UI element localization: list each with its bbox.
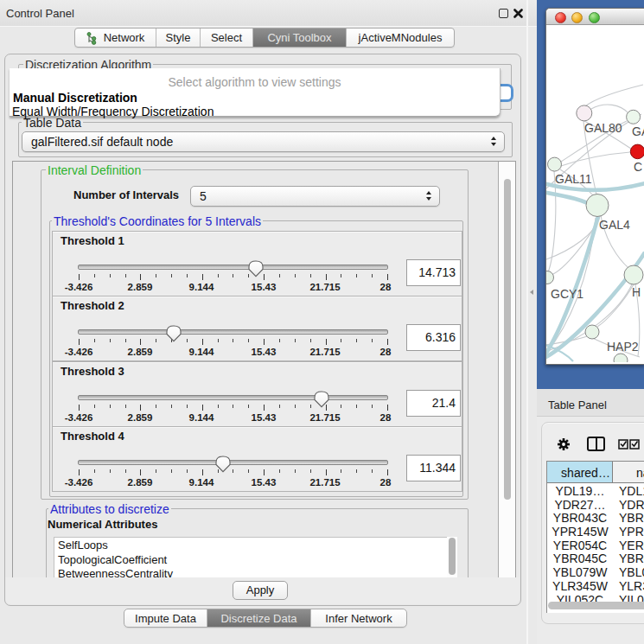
svg-text:HAP2: HAP2 [607,340,639,354]
svg-text:GA: GA [632,124,644,138]
svg-text:GAL80: GAL80 [584,121,622,135]
svg-text:GCY1: GCY1 [551,287,583,301]
svg-text:H: H [632,285,641,299]
svg-text:GAL4: GAL4 [599,218,630,232]
svg-text:C: C [634,160,642,174]
svg-text:GAL11: GAL11 [555,172,592,186]
